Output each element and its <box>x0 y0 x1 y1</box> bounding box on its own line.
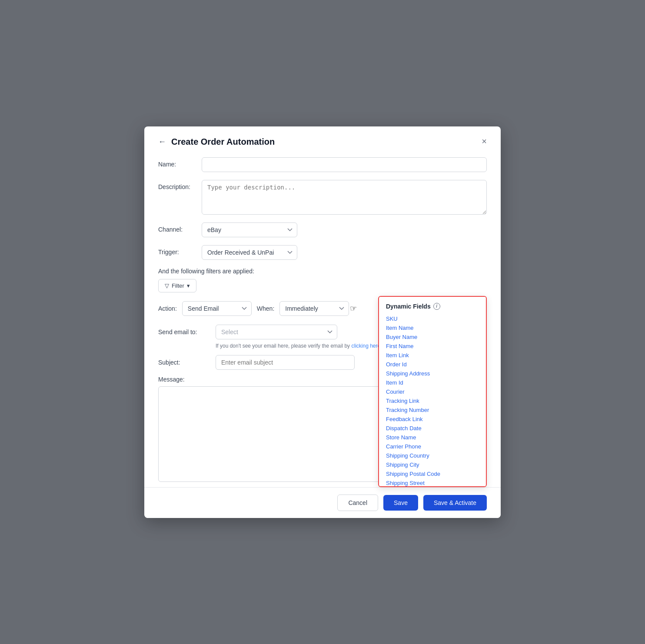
when-label: When: <box>257 305 274 312</box>
filter-button[interactable]: ▽ Filter ▾ <box>158 279 196 292</box>
dynamic-field-shipping-street[interactable]: Shipping Street <box>386 478 479 487</box>
when-select[interactable]: Immediately After 1 hour After 1 day Aft… <box>279 301 349 316</box>
dynamic-field-item-link[interactable]: Item Link <box>386 351 479 360</box>
filters-section: And the following filters are applied: ▽… <box>158 268 487 292</box>
dynamic-field-shipping-postal-code[interactable]: Shipping Postal Code <box>386 469 479 478</box>
channel-label: Channel: <box>158 222 202 233</box>
name-input[interactable] <box>202 157 487 172</box>
dynamic-field-store-name[interactable]: Store Name <box>386 433 479 442</box>
dynamic-field-first-name[interactable]: First Name <box>386 342 479 351</box>
dynamic-field-shipping-address[interactable]: Shipping Address <box>386 369 479 378</box>
dynamic-field-shipping-country[interactable]: Shipping Country <box>386 451 479 460</box>
description-input[interactable] <box>202 180 487 215</box>
create-order-automation-modal: ← Create Order Automation × Name: Descri… <box>144 126 501 518</box>
trigger-field-group: Trigger: Order Received & UnPai Order Sh… <box>158 245 487 260</box>
subject-label: Subject: <box>158 359 210 366</box>
action-label: Action: <box>158 305 177 312</box>
dynamic-field-dispatch-date[interactable]: Dispatch Date <box>386 424 479 433</box>
dynamic-field-shipping-city[interactable]: Shipping City <box>386 460 479 469</box>
back-button[interactable]: ← <box>158 137 166 146</box>
description-field-group: Description: <box>158 180 487 215</box>
modal-header: ← Create Order Automation × <box>158 137 487 147</box>
modal-title: Create Order Automation <box>171 137 275 147</box>
action-select[interactable]: Send Email Send SMS Update Status <box>182 301 252 316</box>
dynamic-field-buyer-name[interactable]: Buyer Name <box>386 332 479 342</box>
filter-icon: ▽ <box>165 282 169 289</box>
trigger-label: Trigger: <box>158 245 202 256</box>
filter-chevron-icon: ▾ <box>187 282 190 289</box>
dynamic-field-item-name[interactable]: Item Name <box>386 323 479 332</box>
name-label: Name: <box>158 157 202 168</box>
cursor-pointer-icon: ☞ <box>350 304 357 313</box>
name-field-group: Name: <box>158 157 487 172</box>
filters-label: And the following filters are applied: <box>158 268 487 275</box>
modal-footer: Cancel Save Save & Activate <box>144 487 501 518</box>
dynamic-field-courier[interactable]: Courier <box>386 387 479 396</box>
dynamic-field-carrier-phone[interactable]: Carrier Phone <box>386 442 479 451</box>
close-button[interactable]: × <box>482 137 487 146</box>
trigger-select[interactable]: Order Received & UnPai Order Shipped Ord… <box>202 245 297 260</box>
channel-select[interactable]: eBay Amazon Shopify Etsy <box>202 222 297 237</box>
dynamic-field-feedback-link[interactable]: Feedback Link <box>386 415 479 424</box>
dynamic-fields-title: Dynamic Fields <box>386 303 431 310</box>
dynamic-field-tracking-number[interactable]: Tracking Number <box>386 405 479 415</box>
dynamic-field-item-id[interactable]: Item Id <box>386 378 479 387</box>
dynamic-field-sku[interactable]: SKU <box>386 314 479 323</box>
subject-input[interactable] <box>216 355 355 370</box>
cancel-button[interactable]: Cancel <box>337 495 378 511</box>
send-email-to-select[interactable]: Select <box>216 325 337 339</box>
info-icon[interactable]: i <box>433 303 440 310</box>
send-email-to-label: Send email to: <box>158 329 210 335</box>
dynamic-field-order-id[interactable]: Order Id <box>386 360 479 369</box>
dynamic-fields-list: SKU Item Name Buyer Name First Name Item… <box>386 314 479 487</box>
save-button[interactable]: Save <box>383 495 418 511</box>
verify-note-text: If you don't see your email here, please… <box>216 343 350 349</box>
dynamic-field-tracking-link[interactable]: Tracking Link <box>386 396 479 405</box>
dynamic-fields-dropdown: Dynamic Fields i SKU Item Name Buyer Nam… <box>378 296 487 487</box>
verify-link[interactable]: clicking here. <box>351 343 382 349</box>
save-activate-button[interactable]: Save & Activate <box>423 495 487 511</box>
dynamic-fields-header: Dynamic Fields i <box>386 303 479 310</box>
description-label: Description: <box>158 180 202 190</box>
modal-backdrop: ← Create Order Automation × Name: Descri… <box>0 0 645 644</box>
when-select-wrapper: Immediately After 1 hour After 1 day Aft… <box>279 301 349 316</box>
channel-field-group: Channel: eBay Amazon Shopify Etsy <box>158 222 487 237</box>
filter-btn-label: Filter <box>172 282 184 289</box>
